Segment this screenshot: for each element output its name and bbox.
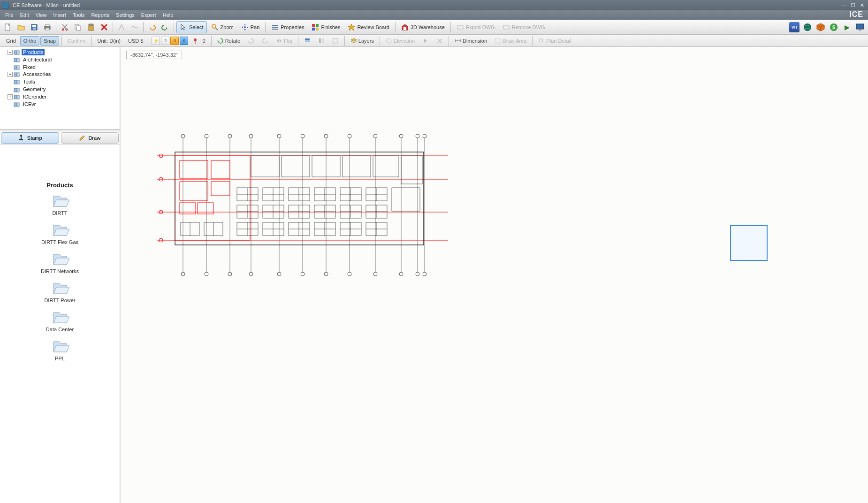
menu-edit[interactable]: Edit [17, 11, 32, 19]
tree-item-fixed[interactable]: Fixed [8, 63, 119, 71]
removedwg-button[interactable]: Remove DWG [499, 21, 548, 33]
drawarea-button[interactable]: Draw Area [491, 36, 530, 46]
product-dirtt[interactable]: DIRTT [4, 193, 116, 216]
properties-button[interactable]: Properties [268, 21, 307, 33]
save-button[interactable] [28, 21, 40, 33]
rotate-button[interactable]: Rotate [214, 36, 244, 46]
select-label: Select [189, 24, 204, 30]
zoom-button[interactable]: Zoom [208, 21, 237, 33]
ortho-toggle[interactable]: Ortho [20, 36, 40, 46]
exportdwg-button[interactable]: Export DWG [453, 21, 498, 33]
svg-rect-6 [46, 28, 49, 30]
unit-label[interactable]: Unit: D(in) [94, 36, 124, 46]
new-button[interactable] [2, 21, 14, 33]
tool-a[interactable] [115, 21, 128, 33]
menu-expert[interactable]: Expert [138, 11, 160, 19]
product-dirtt-power[interactable]: DIRTT Power [4, 281, 116, 303]
warehouse-button[interactable]: 3D Warehouse [398, 21, 448, 33]
menu-view[interactable]: View [32, 11, 50, 19]
minimap[interactable] [730, 225, 768, 261]
product-pane[interactable]: Products DIRTTDIRTT Flex GasDIRTT Networ… [0, 145, 120, 503]
svg-point-36 [387, 38, 391, 43]
minimize-button[interactable]: — [840, 2, 848, 8]
svg-point-73 [301, 272, 305, 276]
align-a-icon[interactable] [301, 36, 314, 46]
finishes-button[interactable]: Finishes [308, 21, 343, 33]
select-button[interactable]: Select [176, 21, 207, 33]
tree-item-icerender[interactable]: +ICErender [8, 93, 119, 100]
help-icon[interactable]: ? [161, 37, 169, 45]
svg-point-38 [539, 38, 543, 42]
tree-item-products[interactable]: +Products [8, 49, 119, 56]
rotate-cw-icon[interactable] [259, 36, 272, 46]
workarea: +ProductsArchitecturalFixed+AccessoriesT… [0, 47, 868, 503]
draw-label: Draw [88, 135, 100, 141]
lightning-icon[interactable]: ⚡ [152, 37, 160, 45]
delete-button[interactable] [98, 21, 110, 33]
cube-badge[interactable] [815, 22, 826, 32]
svg-rect-113 [401, 156, 422, 184]
monitor-badge[interactable] [855, 22, 865, 32]
tree-item-icevr[interactable]: ICEvr [8, 100, 119, 108]
svg-rect-5 [46, 24, 49, 26]
confirm-button[interactable]: Confirm [64, 36, 89, 46]
rotate-ccw-icon[interactable] [244, 36, 258, 46]
snap-toggle[interactable]: Snap [40, 36, 59, 46]
undo-button[interactable] [146, 21, 158, 33]
product-dirtt-networks[interactable]: DIRTT Networks [4, 252, 116, 274]
svg-point-87 [416, 134, 419, 138]
pan-button[interactable]: Pan [238, 21, 263, 33]
paste-button[interactable] [85, 21, 97, 33]
tree-item-accessories[interactable]: +Accessories [8, 71, 119, 78]
layers-button[interactable]: Layers [347, 36, 377, 46]
product-data-center[interactable]: Data Center [4, 310, 116, 332]
elevation-button[interactable]: Elevation [382, 36, 418, 46]
plandetail-button[interactable]: Plan Detail [535, 36, 574, 46]
tree-item-architectural[interactable]: Architectural [8, 56, 119, 63]
svg-rect-29 [859, 30, 861, 30]
svg-rect-21 [316, 28, 319, 30]
brand-logo: ICE [849, 10, 863, 19]
tool-b[interactable] [129, 21, 141, 33]
menu-reports[interactable]: Reports [88, 11, 113, 19]
menu-insert[interactable]: Insert [50, 11, 69, 19]
close-button[interactable]: ✕ [858, 2, 866, 8]
flip-button[interactable]: Flip [273, 36, 296, 46]
svg-rect-35 [333, 38, 338, 43]
tree-item-geometry[interactable]: Geometry [8, 85, 119, 93]
orange-count[interactable]: 0 [170, 37, 179, 45]
draw-tab[interactable]: Draw [61, 132, 119, 144]
product-tree[interactable]: +ProductsArchitecturalFixed+AccessoriesT… [0, 47, 120, 130]
print-button[interactable] [41, 21, 53, 33]
blue-count[interactable]: 0 [180, 37, 188, 45]
grid-toggle[interactable]: Grid [3, 36, 19, 46]
open-button[interactable] [15, 21, 27, 33]
product-ppl[interactable]: PPL [4, 339, 116, 361]
cut-button[interactable] [59, 21, 71, 33]
redo-button[interactable] [159, 21, 171, 33]
maximize-button[interactable]: ☐ [849, 2, 857, 8]
dimension-button[interactable]: Dimension [451, 36, 490, 46]
play-badge[interactable]: ▶ [842, 22, 852, 32]
menu-settings[interactable]: Settings [113, 11, 138, 19]
svg-rect-112 [373, 156, 399, 177]
pin-count[interactable]: 0 [189, 36, 208, 46]
tree-item-tools[interactable]: Tools [8, 78, 119, 85]
money-badge[interactable]: $ [829, 22, 839, 32]
product-dirtt-flex-gas[interactable]: DIRTT Flex Gas [4, 222, 116, 245]
menu-tools[interactable]: Tools [69, 11, 88, 19]
elev-close-icon[interactable] [433, 36, 446, 46]
menu-file[interactable]: File [2, 11, 17, 19]
align-b-icon[interactable] [315, 36, 328, 46]
stamp-tab[interactable]: Stamp [1, 132, 59, 144]
copy-button[interactable] [72, 21, 84, 33]
drawing-canvas[interactable]: -3632.74", -1943.32" [120, 47, 868, 503]
currency-label[interactable]: USD $ [125, 36, 146, 46]
elev-next-icon[interactable] [419, 36, 432, 46]
menu-help[interactable]: Help [160, 11, 177, 19]
review-button[interactable]: Review Board [344, 21, 392, 33]
stamp-icon [18, 135, 24, 141]
align-c-icon[interactable] [329, 36, 342, 46]
globe-badge[interactable] [802, 22, 813, 32]
vr-badge[interactable]: VR [789, 22, 799, 32]
